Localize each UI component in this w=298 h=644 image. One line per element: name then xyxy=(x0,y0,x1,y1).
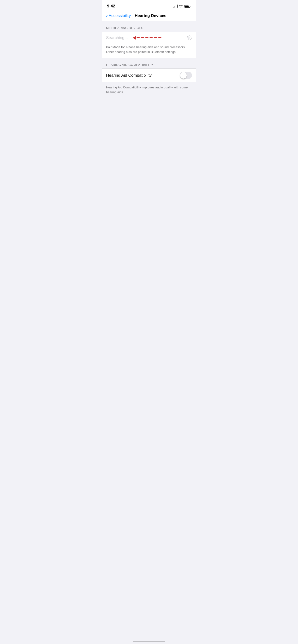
signal-icon xyxy=(173,5,178,8)
battery-icon xyxy=(184,5,191,8)
dashed-line xyxy=(136,38,162,38)
compat-section: Hearing Aid Compatibility xyxy=(102,68,196,82)
back-button[interactable]: ‹ Accessibility xyxy=(106,14,131,18)
hearing-aid-compat-label: Hearing Aid Compatibility xyxy=(106,73,152,78)
hearing-aid-compat-row: Hearing Aid Compatibility xyxy=(102,69,196,82)
searching-text: Searching... xyxy=(106,36,128,40)
arrow-head-icon xyxy=(133,36,136,40)
status-bar: 9:42 xyxy=(102,0,196,12)
dashed-arrow-annotation xyxy=(133,36,162,40)
loading-spinner-icon xyxy=(187,35,192,40)
mfi-section-header: MFI HEARING DEVICES xyxy=(102,21,196,32)
searching-row: Searching... xyxy=(102,32,196,44)
toggle-thumb xyxy=(180,72,187,78)
status-icons xyxy=(173,4,191,8)
compat-description: Hearing Aid Compatibility improves audio… xyxy=(102,82,196,99)
back-chevron-icon: ‹ xyxy=(106,14,108,18)
searching-section: Searching... Pai xyxy=(102,32,196,58)
wifi-icon xyxy=(179,4,183,8)
svg-point-0 xyxy=(187,36,192,40)
back-label: Accessibility xyxy=(109,14,131,18)
nav-bar: ‹ Accessibility Hearing Devices xyxy=(102,12,196,21)
searching-left: Searching... xyxy=(106,36,187,40)
compat-section-header: HEARING AID COMPATIBILITY xyxy=(102,58,196,68)
page-title: Hearing Devices xyxy=(135,14,166,18)
hearing-aid-compat-toggle[interactable] xyxy=(180,72,192,79)
mfi-description: Pair Made for iPhone hearing aids and so… xyxy=(102,44,196,58)
status-time: 9:42 xyxy=(107,4,115,8)
toggle-track xyxy=(180,72,192,79)
